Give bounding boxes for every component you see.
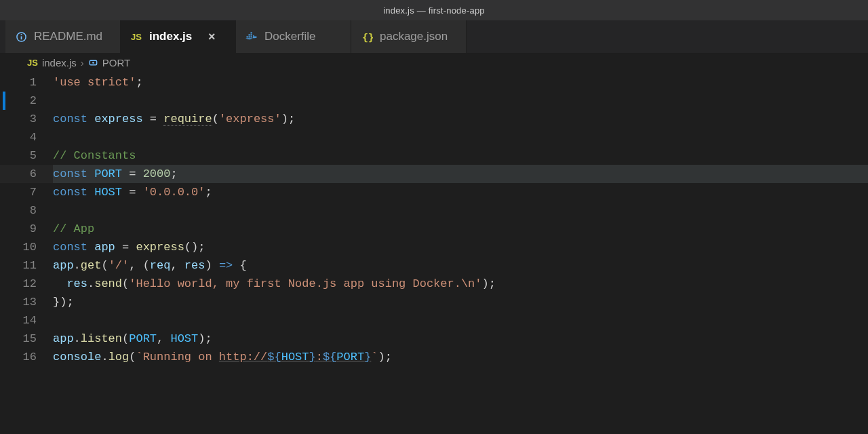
tab-dockerfile[interactable]: Dockerfile [236, 20, 351, 53]
docker-icon [245, 31, 258, 43]
svg-rect-1 [20, 36, 22, 39]
code-line[interactable]: // Constants [53, 146, 868, 165]
breadcrumb-symbol[interactable]: PORT [102, 57, 130, 68]
js-icon: JS [130, 31, 142, 43]
svg-rect-4 [249, 36, 250, 37]
overview-ruler [0, 72, 7, 366]
svg-text:{}: {} [362, 31, 373, 43]
svg-rect-5 [251, 36, 252, 37]
code-line[interactable] [53, 92, 868, 110]
code-line[interactable]: app.listen(PORT, HOST); [53, 330, 868, 348]
window-title: index.js — first-node-app [383, 5, 485, 16]
code-line[interactable]: const HOST = '0.0.0.0'; [53, 183, 868, 201]
json-icon: {} [361, 31, 373, 43]
breadcrumb-file[interactable]: index.js [42, 57, 77, 68]
chevron-right-icon: › [81, 57, 84, 68]
code-line[interactable] [53, 128, 868, 146]
tab-bar: README.mdJSindex.js×Dockerfile{}package.… [0, 20, 868, 53]
info-icon [15, 31, 27, 43]
code-line[interactable]: const app = express(); [53, 238, 868, 256]
code-line[interactable]: console.log(`Running on http://${HOST}:$… [53, 348, 868, 366]
breadcrumb[interactable]: JS index.js › PORT [0, 53, 868, 72]
line-number-gutter: 12345678910111213141516 [0, 73, 53, 366]
tab-label: index.js [149, 30, 192, 43]
tab-package-json[interactable]: {}package.json [351, 20, 467, 53]
code-line[interactable]: res.send('Hello world, my first Node.js … [53, 275, 868, 293]
code-line[interactable] [53, 201, 868, 220]
tab-label: Dockerfile [264, 30, 316, 43]
constant-icon [88, 58, 98, 68]
code-line[interactable]: app.get('/', (req, res) => { [53, 256, 868, 275]
tab-label: package.json [380, 30, 448, 43]
code-content[interactable]: 'use strict';const express = require('ex… [53, 73, 868, 366]
tab-readme-md[interactable]: README.md [5, 20, 121, 53]
code-line[interactable]: const PORT = 2000; [53, 165, 868, 183]
svg-rect-6 [249, 34, 250, 35]
modified-line-marker [3, 92, 5, 110]
code-line[interactable]: // App [53, 220, 868, 238]
svg-rect-7 [251, 34, 252, 35]
svg-rect-2 [20, 34, 22, 35]
code-line[interactable] [53, 311, 868, 330]
code-line[interactable]: const express = require('express'); [53, 110, 868, 128]
tab-label: README.md [34, 30, 102, 43]
svg-rect-3 [247, 36, 248, 37]
svg-point-11 [92, 62, 94, 64]
js-icon: JS [27, 58, 38, 68]
code-line[interactable]: 'use strict'; [53, 73, 868, 92]
window-titlebar: index.js — first-node-app [0, 0, 868, 20]
svg-rect-8 [251, 32, 252, 33]
code-editor[interactable]: 12345678910111213141516 'use strict';con… [0, 72, 868, 366]
close-icon[interactable]: × [205, 31, 218, 43]
code-line[interactable]: }); [53, 293, 868, 311]
tab-index-js[interactable]: JSindex.js× [121, 20, 236, 53]
